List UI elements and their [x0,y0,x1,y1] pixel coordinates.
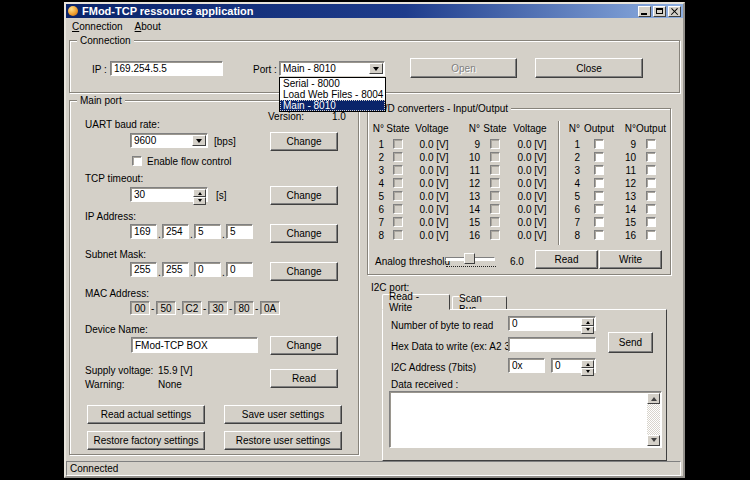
port-option-load-web-files[interactable]: Load Web Files - 8004 [280,89,385,100]
ad-state-checkbox[interactable] [490,178,500,188]
ad-input-number: 9 [462,139,480,150]
octet-dot: . [222,229,225,240]
menu-connection[interactable]: Connection [66,20,129,33]
spin-down-button[interactable] [581,368,594,376]
ad-state-checkbox[interactable] [490,204,500,214]
ip-octet-2[interactable] [162,224,189,239]
port-combobox-arrow-button[interactable] [369,63,383,74]
ad-output-checkbox[interactable] [646,178,656,188]
ad-output-checkbox[interactable] [646,165,656,175]
connection-group-label: Connection [77,35,134,46]
ad-output-checkbox[interactable] [646,230,656,240]
ad-output-checkbox[interactable] [646,191,656,201]
scroll-up-button[interactable] [647,393,660,404]
ad-output-checkbox[interactable] [594,204,604,214]
ad-read-button[interactable]: Read [535,250,598,269]
i2c-address-prefix-input[interactable] [508,358,545,373]
subnet-octet-2[interactable] [162,262,189,277]
ad-output-checkbox[interactable] [594,165,604,175]
ad-output-checkbox[interactable] [594,178,604,188]
baud-combobox-arrow-button[interactable] [192,135,206,146]
close-button[interactable] [668,6,681,17]
subnet-octet-1[interactable] [130,262,157,277]
tab-scan-bus[interactable]: Scan Bus [452,296,507,310]
ad-output-checkbox[interactable] [646,152,656,162]
ad-state-checkbox[interactable] [490,191,500,201]
bytes-to-read-spinner[interactable]: 0 [508,316,596,331]
ad-output-checkbox[interactable] [594,191,604,201]
save-user-settings-button[interactable]: Save user settings [224,405,342,424]
maximize-button[interactable] [653,6,666,17]
tab-read-write[interactable]: Read - Write [382,294,450,310]
vertical-scrollbar[interactable] [647,393,660,446]
ad-state-checkbox[interactable] [393,230,403,240]
scroll-down-button[interactable] [647,435,660,446]
ad-state-checkbox[interactable] [393,217,403,227]
analog-threshold-slider-thumb[interactable] [464,253,475,264]
arrow-down-icon [651,438,657,445]
spin-down-button[interactable] [193,197,206,205]
restore-user-settings-button[interactable]: Restore user settings [224,431,342,450]
port-option-main[interactable]: Main - 8010 [280,100,385,111]
ad-output-checkbox[interactable] [594,152,604,162]
ad-output-checkbox[interactable] [646,217,656,227]
change-baud-button[interactable]: Change [270,132,338,151]
ad-output-number: 4 [566,178,580,189]
port-combobox[interactable]: Main - 8010 [279,61,385,76]
ip-input[interactable] [110,61,223,76]
ip-octet-4[interactable] [226,224,253,239]
read-voltage-button[interactable]: Read [270,369,338,388]
ad-state-checkbox[interactable] [490,152,500,162]
change-device-name-button[interactable]: Change [270,336,338,355]
tcp-timeout-spinner[interactable]: 30 [130,187,208,202]
bytes-to-read-value: 0 [512,318,518,329]
close-connection-button[interactable]: Close [535,58,643,78]
ad-output-checkbox[interactable] [594,217,604,227]
titlebar[interactable]: FMod-TCP ressource application [66,4,683,18]
ip-octet-3[interactable] [194,224,221,239]
ad-state-checkbox[interactable] [490,165,500,175]
ad-output-checkbox[interactable] [646,139,656,149]
ad-voltage-value: 0.0 [V] [410,178,458,189]
i2c-address-spinner[interactable]: 0 [551,358,596,373]
read-actual-settings-button[interactable]: Read actual settings [87,405,205,424]
ad-state-checkbox[interactable] [393,191,403,201]
restore-factory-settings-button[interactable]: Restore factory settings [87,431,205,450]
spin-up-button[interactable] [581,318,594,326]
subnet-octet-3[interactable] [194,262,221,277]
ad-state-checkbox[interactable] [393,165,403,175]
data-received-textarea[interactable] [389,391,662,448]
subnet-octet-4[interactable] [226,262,253,277]
ad-state-checkbox[interactable] [393,204,403,214]
spin-up-button[interactable] [581,360,594,368]
spin-down-button[interactable] [581,326,594,334]
ad-state-checkbox[interactable] [490,217,500,227]
ad-state-checkbox[interactable] [393,139,403,149]
change-ip-button[interactable]: Change [270,224,338,243]
ad-converters-group-label: A/D converters - Input/Output [375,103,511,114]
menu-about[interactable]: About [129,20,167,33]
mac-dash: - [203,303,206,314]
ad-state-checkbox[interactable] [393,152,403,162]
ad-input-number: 4 [372,178,384,189]
ad-state-checkbox[interactable] [490,230,500,240]
ad-output-checkbox[interactable] [646,204,656,214]
ad-output-checkbox[interactable] [594,139,604,149]
ad-output-checkbox[interactable] [594,230,604,240]
warning-label: Warning: [85,379,125,390]
ad-state-checkbox[interactable] [490,139,500,149]
baud-combobox[interactable]: 9600 [130,133,208,148]
send-button[interactable]: Send [608,332,653,353]
ip-octet-1[interactable] [130,224,157,239]
port-option-serial[interactable]: Serial - 8000 [280,78,385,89]
change-subnet-button[interactable]: Change [270,262,338,281]
device-name-input[interactable] [131,337,258,353]
change-timeout-button[interactable]: Change [270,186,338,205]
hex-data-input[interactable] [508,337,596,352]
flow-control-checkbox[interactable] [132,156,142,166]
minimize-button[interactable] [638,6,651,17]
ad-state-checkbox[interactable] [393,178,403,188]
ad-write-button[interactable]: Write [599,250,662,269]
ad-output-number: 2 [566,152,580,163]
spin-up-button[interactable] [193,189,206,197]
